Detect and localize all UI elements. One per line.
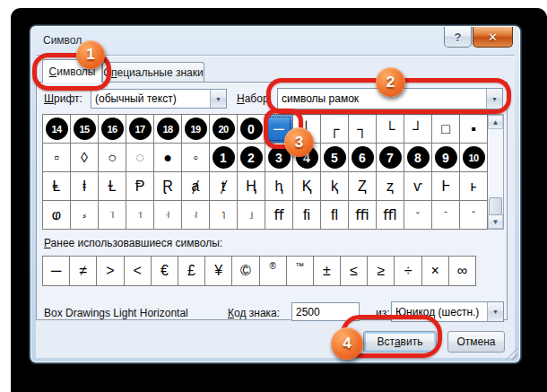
negative-circled-number: 15 bbox=[74, 118, 96, 140]
recent-symbol-cell[interactable]: ─ bbox=[43, 257, 69, 285]
symbol-cell[interactable]: ⱪ bbox=[321, 172, 348, 200]
symbol-cell[interactable]: ꜉ bbox=[126, 201, 153, 229]
recent-symbol-cell[interactable]: ÷ bbox=[395, 257, 421, 285]
symbol-cell[interactable]: 0 bbox=[238, 115, 265, 143]
character-name-label: Box Drawings Light Horizontal bbox=[44, 307, 188, 319]
cancel-button[interactable]: Отмена bbox=[447, 331, 505, 353]
symbol-cell[interactable]: ﬀ bbox=[265, 201, 292, 229]
symbol-cell[interactable]: ꜊ bbox=[154, 201, 181, 229]
symbol-cell[interactable]: 20 bbox=[210, 115, 237, 143]
symbol-cell[interactable]: ⱷ bbox=[43, 201, 70, 229]
scroll-up-button[interactable]: ▲ bbox=[488, 115, 503, 129]
recent-symbol-cell[interactable]: < bbox=[125, 257, 151, 285]
symbol-cell[interactable]: Ⱬ bbox=[349, 172, 376, 200]
symbol-cell[interactable]: ▫ bbox=[43, 144, 70, 171]
symbol-cell[interactable]: 1 bbox=[210, 144, 237, 171]
font-select-arrow-button[interactable]: ▼ bbox=[210, 90, 226, 108]
symbol-cell[interactable]: 9 bbox=[432, 144, 459, 171]
symbol-cell[interactable]: ˘ bbox=[404, 201, 431, 229]
scrollbar-track[interactable] bbox=[488, 129, 503, 214]
symbol-cell[interactable]: ⱬ bbox=[377, 172, 404, 200]
symbol-cell[interactable]: ◌ bbox=[126, 144, 153, 171]
symbol-cell[interactable]: ⱡ bbox=[71, 172, 98, 200]
recent-symbol-cell[interactable]: ≤ bbox=[341, 257, 367, 285]
tab-special-characters[interactable]: Специальные знаки bbox=[102, 62, 204, 83]
symbol-cell[interactable]: Ⱡ bbox=[43, 172, 70, 200]
symbol-cell[interactable]: Ⱪ bbox=[293, 172, 320, 200]
symbol-cell[interactable]: 19 bbox=[182, 115, 209, 143]
scroll-up-icon: ▲ bbox=[492, 118, 499, 126]
grid-scrollbar[interactable]: ▲ ▼ bbox=[488, 114, 504, 230]
recent-symbol-cell[interactable]: ≠ bbox=[70, 257, 96, 285]
help-button[interactable]: ? bbox=[444, 27, 472, 48]
symbol-cell[interactable]: ◦ bbox=[182, 144, 209, 171]
scrollbar-thumb[interactable] bbox=[489, 197, 502, 215]
symbol-cell[interactable]: Ᵽ bbox=[126, 172, 153, 200]
symbol-cell[interactable]: ﬂ bbox=[321, 201, 348, 229]
recent-symbol-cell[interactable]: ± bbox=[314, 257, 340, 285]
symbol-cell[interactable]: 18 bbox=[154, 115, 181, 143]
negative-circled-number: 18 bbox=[157, 118, 179, 140]
annotation-badge-2: 2 bbox=[376, 67, 405, 97]
symbol-cell[interactable]: ⱱ bbox=[404, 172, 431, 200]
symbol-cell[interactable]: ○ bbox=[99, 144, 126, 171]
recent-symbol-cell[interactable]: ≥ bbox=[368, 257, 394, 285]
symbol-cell[interactable]: 15 bbox=[71, 115, 98, 143]
symbol-cell[interactable]: 2 bbox=[238, 144, 265, 171]
symbol-cell[interactable]: ⸗ bbox=[71, 201, 98, 229]
symbol-cell[interactable]: 16 bbox=[99, 115, 126, 143]
recent-symbol-cell[interactable]: ® bbox=[260, 257, 286, 285]
symbol-cell[interactable]: 6 bbox=[349, 144, 376, 171]
symbol-cell[interactable]: ┘ bbox=[404, 115, 431, 143]
recent-symbol-cell[interactable]: ∞ bbox=[449, 257, 475, 285]
recent-symbol-cell[interactable]: € bbox=[152, 257, 178, 285]
recent-symbol-cell[interactable]: × bbox=[422, 257, 448, 285]
negative-circled-number: 0 bbox=[240, 118, 263, 140]
symbol-cell[interactable]: ┌ bbox=[321, 115, 348, 143]
symbol-cell[interactable]: Ⱨ bbox=[238, 172, 265, 200]
symbol-cell[interactable]: 17 bbox=[126, 115, 153, 143]
negative-circled-number: 2 bbox=[240, 146, 263, 169]
font-select[interactable]: (обычный текст) ▼ bbox=[91, 89, 227, 109]
from-select-arrow-button[interactable]: ▼ bbox=[487, 302, 503, 321]
symbol-cell[interactable]: ꜋ bbox=[182, 201, 209, 229]
symbol-cell[interactable]: Ɫ bbox=[99, 172, 126, 200]
symbol-cell[interactable]: ⱥ bbox=[182, 172, 209, 200]
symbol-cell[interactable]: 5 bbox=[321, 144, 348, 171]
symbol-cell[interactable]: ⱶ bbox=[460, 172, 487, 200]
symbol-cell[interactable]: ● bbox=[154, 144, 181, 171]
recent-symbol-cell[interactable]: > bbox=[97, 257, 123, 285]
symbol-cell[interactable]: Ⱶ bbox=[432, 172, 459, 200]
symbol-cell[interactable]: ˆ bbox=[460, 201, 487, 229]
scroll-down-button[interactable]: ▼ bbox=[488, 214, 503, 229]
symbol-cell[interactable]: ˥ bbox=[210, 201, 237, 229]
negative-circled-number: 19 bbox=[185, 118, 207, 140]
recent-symbol-cell[interactable]: ™ bbox=[287, 257, 313, 285]
negative-circled-number: 5 bbox=[324, 146, 346, 169]
symbol-cell[interactable]: 7 bbox=[377, 144, 404, 171]
symbol-cell[interactable]: ﬁ bbox=[293, 201, 320, 229]
symbol-cell[interactable]: ▪ bbox=[460, 115, 487, 143]
symbol-cell[interactable]: ⱦ bbox=[210, 172, 237, 200]
cancel-button-label: Отмена bbox=[456, 335, 495, 348]
symbol-cell[interactable]: ﬃ bbox=[349, 201, 376, 229]
close-button[interactable]: ✕ bbox=[473, 27, 513, 48]
negative-circled-number: 6 bbox=[352, 146, 374, 169]
symbol-cell[interactable]: ┐ bbox=[349, 115, 376, 143]
recent-symbol-cell[interactable]: £ bbox=[178, 257, 204, 285]
symbol-cell[interactable]: ◊ bbox=[71, 144, 98, 171]
symbol-cell[interactable]: Ɽ bbox=[154, 172, 181, 200]
symbol-cell[interactable]: ⱨ bbox=[265, 172, 292, 200]
symbol-cell[interactable]: ˉ bbox=[432, 201, 459, 229]
symbol-cell[interactable]: ˩ bbox=[238, 201, 265, 229]
char-code-label: Код знака: bbox=[228, 307, 280, 319]
symbol-cell[interactable]: □ bbox=[432, 115, 459, 143]
symbol-cell[interactable]: 14 bbox=[43, 115, 70, 143]
symbol-cell[interactable]: ꜈ bbox=[99, 201, 126, 229]
symbol-cell[interactable]: 10 bbox=[460, 144, 487, 171]
symbol-cell[interactable]: └ bbox=[377, 115, 404, 143]
recent-symbol-cell[interactable]: © bbox=[232, 257, 258, 285]
symbol-cell[interactable]: 8 bbox=[404, 144, 431, 171]
symbol-cell[interactable]: ﬄ bbox=[377, 201, 404, 229]
recent-symbol-cell[interactable]: ¥ bbox=[205, 257, 231, 285]
